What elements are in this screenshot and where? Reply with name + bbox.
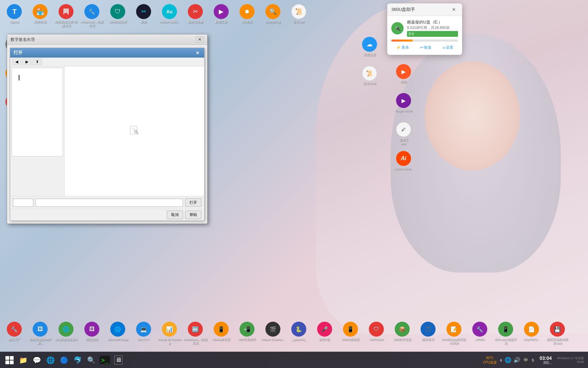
desktop-icon-360pkgmanager[interactable]: 📦 360软件管家	[389, 319, 415, 348]
desktop-icon-geshigongchang[interactable]: 🔧 格式工厂	[1, 319, 27, 348]
desktop-icon-e4a[interactable]: 📱 E4A.exe·快捷方式	[493, 319, 519, 348]
start-button[interactable]	[3, 353, 16, 367]
dialog-outer-close-btn[interactable]: ✕	[196, 36, 204, 43]
open-dialog-sidebar	[10, 66, 65, 196]
panel-actions: ⚡ 查杀 ↩ 恢复 ≡ 设置	[391, 44, 458, 51]
toolbar-back-btn[interactable]: ◀	[12, 59, 21, 65]
taskbar-discord[interactable]: 💬	[30, 353, 44, 367]
right-side-icons: ☁ 百度云盘 📜 证书.PVK	[357, 34, 387, 92]
system-tray: 80°C CPU温度 ∧ 🌐 🔊 中 S 03:04 202... Window…	[483, 355, 588, 365]
desktop-icon-caiyingmbr[interactable]: 🖼 彩影后遗彩MBR刷...	[27, 319, 53, 348]
desktop-icon-anyfile[interactable]: 📄 AnyFileTo...	[519, 319, 544, 348]
usb-icon: 🔌	[395, 26, 401, 31]
chevron-up-icon[interactable]: ∧	[500, 358, 503, 363]
desktop-icon-360mobile[interactable]: 📲 360手机助手	[234, 319, 260, 348]
restore-btn[interactable]: ↩ 恢复	[418, 44, 434, 51]
desktop-icon-ai[interactable]: Ai Adobe Illust...	[391, 148, 416, 177]
open-dialog-footer: 打开	[10, 196, 204, 209]
desktop-icon-appstore[interactable]: 🏪 应用市场	[27, 1, 53, 30]
taskbar-chrome[interactable]: 🔵	[57, 353, 71, 367]
file-type-input[interactable]	[13, 199, 33, 207]
drive-info: 🔌 赖嘉俊的U盘（E:） 9.52GB可用，共28.89GB 安全	[391, 19, 458, 37]
desktop-icon-ketang[interactable]: ▶ 课堂	[391, 61, 416, 90]
desktop-icon-htmlbi[interactable]: 📝 htmlBistyle样式设计单词	[441, 319, 467, 348]
desktop-icon-signtool[interactable]: 🖊 签名工exe	[391, 119, 416, 148]
taskbar-terminal[interactable]: >_	[98, 353, 112, 367]
desktop-icon-utools[interactable]: 🔧 uTools	[467, 319, 493, 348]
panel-360-close-btn[interactable]: ✕	[450, 6, 458, 13]
bottom-desktop-icons: 🔧 格式工厂 🖼 彩影后遗彩MBR刷... 🌐 360极速浏览器X 🖼 陌陌壁纸…	[0, 318, 588, 349]
open-btn[interactable]: 打开	[185, 198, 201, 207]
desktop-icon-devcpp[interactable]: 💻 Dev C++	[131, 319, 157, 348]
desktop-icon-edge[interactable]: 🌐 Microsoft Edge	[105, 319, 131, 348]
open-dialog-close-btn[interactable]: ✕	[194, 50, 201, 56]
search-icon: 🔍	[87, 356, 96, 364]
desktop-icon-pvk[interactable]: 📜 证书.PVK	[357, 63, 382, 92]
desktop-icon-mumusimulator[interactable]: 📱 MuMu模拟器	[338, 319, 363, 348]
panel-360-header: 360U盘助手 ✕	[387, 3, 462, 16]
desktop-icon-player64[interactable]: ▶ Player 64 bit	[391, 90, 416, 119]
help-btn[interactable]: 帮助	[185, 211, 201, 219]
desktop-icon-360[interactable]: 🛡 360收动关师	[105, 1, 131, 30]
taskbar-dolphin[interactable]: 🐬	[71, 353, 84, 367]
desktop-icon-advanced[interactable]: 🔧 Advanced...·快捷方式	[79, 1, 105, 30]
settings-btn[interactable]: ≡ 设置	[440, 44, 456, 51]
desktop-icon-360browser[interactable]: 🌐 360极速浏览器X	[53, 319, 79, 348]
desktop-icon-jianying[interactable]: ✂ 剪映	[131, 1, 157, 30]
wallpaper-overlay	[282, 0, 588, 368]
cancel-btn[interactable]: 取消	[167, 211, 183, 219]
desktop-icon-aiyingpro[interactable]: ✂ 爱映专业版	[182, 1, 208, 30]
desktop-icons-top-row: T Typora 🏪 应用市场 网 网易助推大师·快捷方式 🔧 Advanced…	[0, 0, 445, 32]
dialog-outer-title-text: 数字签名向导	[11, 37, 35, 43]
taskbar-search[interactable]: 🔍	[84, 353, 98, 367]
desktop-icon-baidu-cloud[interactable]: ☁ 百度云盘	[357, 34, 382, 63]
pinyin-icon[interactable]: S	[532, 358, 534, 362]
drive-details: 赖嘉俊的U盘（E:） 9.52GB可用，共28.89GB 安全	[407, 19, 458, 37]
terminal-icon: >_	[100, 356, 110, 364]
clock-display[interactable]: 03:04 202...	[537, 355, 555, 365]
desktop-icon-easylan[interactable]: 💾 易语言函数dll程序.exe	[544, 319, 570, 348]
desktop-icon-nomeiryou[interactable]: 🔤 noMeiryou...·快捷方式	[182, 319, 208, 348]
windows-info: Windows 11 专业版 Build	[557, 356, 584, 364]
open-dialog-title-text: 打开	[14, 50, 22, 56]
safe-badge: 安全	[407, 31, 458, 37]
desktop-icon-mumu[interactable]: 📱 MuMu多开器	[208, 319, 234, 348]
open-dialog-main-area[interactable]	[65, 66, 204, 196]
desktop-icon-yingshi[interactable]: ▶ 影视大全	[208, 1, 234, 30]
drive-progress-fill	[391, 40, 413, 42]
desktop-icon-typora[interactable]: T Typora	[1, 1, 27, 30]
taskbar-file-explorer[interactable]: 📁	[16, 353, 30, 367]
open-dialog-footer2: 取消 帮助	[10, 209, 204, 220]
desktop-icon-vmprotect[interactable]: 🛡 VMProtect	[363, 319, 389, 348]
ime-icon[interactable]: 中	[522, 357, 529, 364]
taskbar-edge[interactable]: 🌐	[44, 353, 57, 367]
date-value: 202...	[540, 361, 552, 365]
scan-btn[interactable]: ⚡ 查杀	[393, 44, 412, 51]
chrome-icon: 🔵	[60, 356, 68, 364]
volume-icon[interactable]: 🔊	[513, 357, 520, 363]
desktop-icon-wallpaper[interactable]: 🖼 陌陌壁纸	[79, 319, 105, 348]
dialog-outer-container: 数字签名向导 ✕ 打开 ✕ ◀ ▶ ⬆	[7, 34, 208, 224]
desktop-icon-evrecorder[interactable]: ⏺ EV录屏	[234, 1, 260, 30]
toolbar-up-btn[interactable]: ⬆	[33, 59, 42, 65]
toolbar-forward-btn[interactable]: ▶	[22, 59, 31, 65]
desktop-icon-cert[interactable]: 📜 证书.cer	[286, 1, 312, 30]
desktop-icon-pycache[interactable]: 🐍 _pycache_	[286, 319, 312, 348]
desktop-icon-powerbi[interactable]: 📊 Power BI Desktop	[157, 319, 182, 348]
drive-icon: 🔌	[391, 22, 404, 34]
desktop-icon-wangyi[interactable]: 网 网易助推大师·快捷方式	[53, 1, 79, 30]
desktop-icon-quanmink[interactable]: 🎤 全民K歌	[312, 319, 338, 348]
network-icon[interactable]: 🌐	[505, 357, 511, 363]
desktop-icon-cinema4d[interactable]: 🎬 Maxon Cinema...	[260, 319, 286, 348]
panel-360-usb-helper: 360U盘助手 ✕ 🔌 赖嘉俊的U盘（E:） 9.52GB可用，共28.89GB…	[387, 3, 462, 55]
taskbar-desktop-switch[interactable]: 🖥	[112, 353, 125, 367]
desktop-icon-everything[interactable]: 🔍 Everything	[260, 1, 286, 30]
desktop-icon-kugou[interactable]: 🎵 酷狗音乐	[415, 319, 441, 348]
edge-icon: 🌐	[46, 356, 55, 364]
time-value: 03:04	[540, 355, 552, 361]
desktop-icon-audition[interactable]: Au Adobe Auditi...	[157, 1, 182, 30]
panel-360-title: 360U盘助手	[391, 6, 415, 13]
digital-signature-wizard-dialog: 数字签名向导 ✕ 打开 ✕ ◀ ▶ ⬆	[7, 34, 208, 224]
sidebar-text-area[interactable]	[12, 68, 63, 156]
file-path-input[interactable]	[35, 199, 183, 207]
